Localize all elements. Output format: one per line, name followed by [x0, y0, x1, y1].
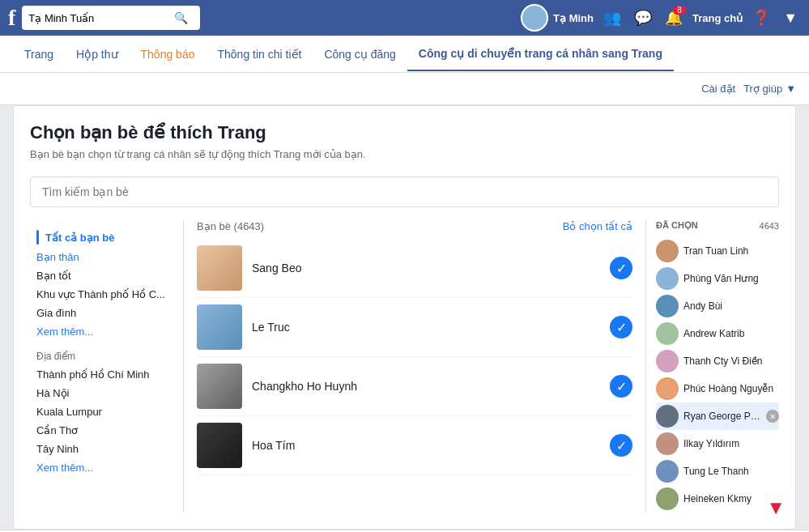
page-title: Chọn bạn bè để thích Trang — [30, 122, 779, 143]
friends-list-header: Bạn bè (4643) Bỏ chọn tất cả — [197, 220, 632, 232]
da-chon-item-10: Heineken Kkmy ▼ — [656, 485, 779, 513]
da-chon-item-2: Phùng Văn Hưng — [656, 265, 779, 292]
da-chon-name-2: Phùng Văn Hưng — [683, 273, 779, 284]
da-chon-header: ĐÃ CHỌN 4643 — [656, 220, 779, 231]
nav-trang[interactable]: Trang — [13, 38, 65, 70]
friend-item-le-truc: Le Truc ✓ — [197, 298, 632, 357]
da-chon-avatar-5 — [656, 350, 679, 372]
da-chon-avatar-9 — [656, 460, 679, 483]
secondary-navigation: Trang Hộp thư Thông báo Thông tin chi ti… — [0, 36, 809, 73]
sidebar-item-kuala-lumpur[interactable]: Kuala Lumpur — [30, 402, 173, 421]
da-chon-title: ĐÃ CHỌN — [656, 220, 698, 231]
facebook-logo: f — [8, 6, 15, 29]
sidebar-item-ban-tot[interactable]: Bạn tốt — [30, 266, 173, 285]
bo-chon-tat-ca-button[interactable]: Bỏ chọn tất cả — [563, 220, 632, 232]
sidebar-item-gia-dinh[interactable]: Gia đình — [30, 304, 173, 322]
sidebar-item-tay-ninh[interactable]: Tây Ninh — [30, 440, 173, 458]
tro-giup-label: Trợ giúp — [743, 83, 782, 95]
user-info: Tạ Minh — [521, 4, 594, 32]
search-friends-input[interactable] — [30, 177, 779, 207]
sidebar-item-ban-than[interactable]: Bạn thân — [30, 248, 173, 266]
sidebar-item-can-tho[interactable]: Cần Thơ — [30, 421, 173, 440]
sidebar-item-ha-noi[interactable]: Hà Nội — [30, 384, 173, 402]
friend-check-changkho[interactable]: ✓ — [610, 375, 632, 398]
da-chon-name-3: Andy Bùi — [683, 300, 779, 312]
friend-avatar-changkho — [197, 364, 242, 409]
friends-count: Bạn bè (4643) — [197, 220, 264, 232]
friends-icon[interactable]: 👥 — [600, 6, 624, 30]
messenger-icon[interactable]: 💬 — [631, 6, 655, 30]
friend-name-changkho: Changkho Ho Huynh — [252, 380, 610, 393]
da-chon-avatar-7 — [656, 405, 679, 428]
notifications-icon[interactable]: 🔔 8 — [662, 6, 686, 30]
da-chon-item-1: Tran Tuan Linh — [656, 237, 779, 265]
trang-chu-label[interactable]: Trang chủ — [692, 12, 743, 24]
friend-item-sang-beo: Sang Beo ✓ — [197, 239, 632, 298]
tro-giup-dropdown[interactable]: Trợ giúp ▼ — [743, 83, 796, 95]
nav-hop-thu[interactable]: Hộp thư — [65, 38, 129, 70]
friend-item-hoa-tim: Hoa Tím ✓ — [197, 416, 632, 475]
dia-diem-title: Địa điểm — [30, 347, 173, 365]
da-chon-name-6: Phúc Hoàng Nguyễn — [683, 383, 779, 394]
da-chon-item-9: Tung Le Thanh — [656, 458, 779, 485]
da-chon-name-8: Ilkay Yıldırım — [683, 438, 779, 449]
main-card: Chọn bạn bè để thích Trang Bạn bè bạn ch… — [13, 105, 796, 530]
friend-avatar-sang-beo — [197, 245, 242, 291]
friend-avatar-le-truc — [197, 304, 242, 350]
da-chon-item-4: Andrew Katrib — [656, 320, 779, 347]
search-icon[interactable]: 🔍 — [174, 11, 188, 24]
da-chon-item-8: Ilkay Yıldırım — [656, 430, 779, 458]
arrow-down-indicator: ▼ — [766, 496, 786, 519]
da-chon-avatar-3 — [656, 295, 679, 317]
da-chon-panel: ĐÃ CHỌN 4643 Tran Tuan Linh Phùng Văn Hư… — [645, 220, 779, 513]
user-avatar — [521, 4, 548, 32]
sidebar-item-tp-hcm[interactable]: Thành phố Hồ Chí Minh — [30, 365, 173, 384]
da-chon-name-1: Tran Tuan Linh — [683, 245, 779, 257]
da-chon-avatar-1 — [656, 240, 679, 262]
da-chon-name-10: Heineken Kkmy — [683, 493, 779, 504]
da-chon-avatar-6 — [656, 377, 679, 400]
da-chon-avatar-4 — [656, 322, 679, 345]
da-chon-name-9: Tung Le Thanh — [683, 466, 779, 477]
da-chon-count: 4643 — [760, 221, 779, 231]
friend-check-sang-beo[interactable]: ✓ — [610, 257, 632, 279]
dropdown-arrow-icon[interactable]: ▼ — [780, 6, 801, 30]
friends-sidebar: Tất cả bạn bè Bạn thân Bạn tốt Khu vực T… — [30, 220, 184, 513]
friend-name-sang-beo: Sang Beo — [252, 262, 610, 275]
da-chon-item-5: Thanh Cty Vi Điền — [656, 347, 779, 375]
sidebar-item-tat-ca[interactable]: Tất cả bạn bè — [30, 227, 173, 248]
friend-check-le-truc[interactable]: ✓ — [610, 316, 632, 338]
friend-check-hoa-tim[interactable]: ✓ — [610, 434, 632, 457]
sidebar-item-khu-vuc[interactable]: Khu vực Thành phố Hồ C... — [30, 285, 173, 304]
user-name: Tạ Minh — [553, 12, 594, 24]
nav-thong-tin[interactable]: Thông tin chi tiết — [206, 38, 313, 70]
da-chon-remove-7[interactable]: ✕ — [766, 410, 779, 423]
question-icon[interactable]: ❓ — [749, 6, 773, 30]
da-chon-avatar-10 — [656, 487, 679, 510]
friend-name-hoa-tim: Hoa Tím — [252, 439, 610, 452]
cai-dat-link[interactable]: Cài đặt — [693, 79, 743, 98]
da-chon-name-5: Thanh Cty Vi Điền — [683, 355, 779, 367]
notification-badge: 8 — [673, 6, 686, 15]
da-chon-name-7: Ryan George Parker — [683, 411, 761, 422]
search-input[interactable] — [28, 12, 174, 24]
tertiary-navigation: Cài đặt Trợ giúp ▼ — [0, 73, 809, 105]
da-chon-item-7: Ryan George Parker ✕ — [656, 402, 779, 430]
da-chon-avatar-8 — [656, 432, 679, 455]
top-nav-right: Tạ Minh 👥 💬 🔔 8 Trang chủ ❓ ▼ — [521, 4, 801, 32]
friends-layout: Tất cả bạn bè Bạn thân Bạn tốt Khu vực T… — [30, 220, 779, 513]
friend-name-le-truc: Le Truc — [252, 321, 610, 334]
friend-item-changkho: Changkho Ho Huynh ✓ — [197, 357, 632, 416]
friends-list-area: Bạn bè (4643) Bỏ chọn tất cả Sang Beo ✓ … — [184, 220, 645, 513]
nav-cong-cu-di-chuyen[interactable]: Công cụ di chuyển trang cá nhân sang Tra… — [407, 37, 674, 71]
chevron-down-icon: ▼ — [786, 83, 796, 95]
da-chon-item-6: Phúc Hoàng Nguyễn — [656, 375, 779, 402]
da-chon-avatar-2 — [656, 267, 679, 290]
sidebar-item-xem-them-2[interactable]: Xem thêm... — [30, 458, 173, 477]
nav-cong-cu-dang[interactable]: Công cụ đăng — [313, 38, 407, 70]
nav-thong-bao[interactable]: Thông báo — [130, 38, 207, 70]
da-chon-name-4: Andrew Katrib — [683, 328, 779, 339]
page-subtitle: Bạn bè bạn chọn từ trang cá nhân sẽ tự đ… — [30, 148, 779, 160]
top-navigation: f 🔍 Tạ Minh 👥 💬 🔔 8 Trang chủ ❓ ▼ — [0, 0, 809, 36]
sidebar-item-xem-them-1[interactable]: Xem thêm... — [30, 322, 173, 341]
